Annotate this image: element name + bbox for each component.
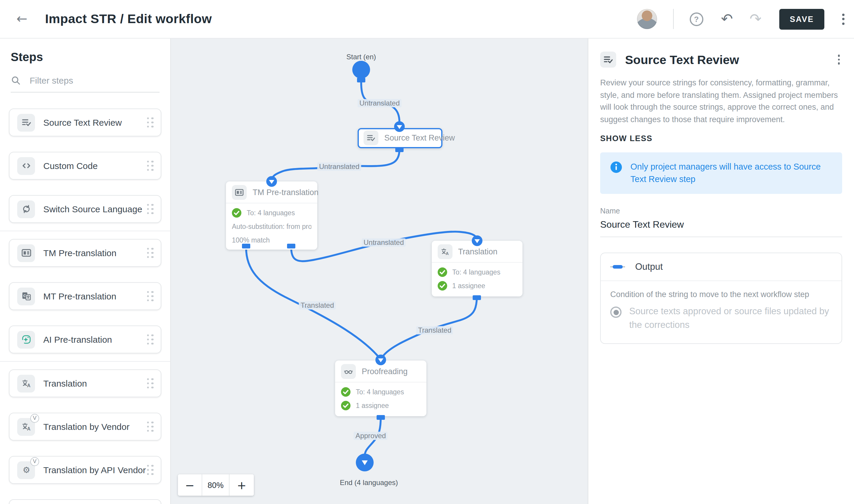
svg-text:⚙: ⚙ bbox=[22, 465, 30, 475]
sidebar-item-translation-by-vendor[interactable]: A V Translation by Vendor bbox=[9, 413, 161, 440]
info-banner-text: Only project managers will have access t… bbox=[630, 161, 833, 185]
edge-label-proofreading-to-end: Approved bbox=[354, 432, 388, 440]
zoom-in-button[interactable]: + bbox=[230, 474, 254, 496]
code-icon bbox=[17, 157, 35, 175]
sidebar-item-label: Translation by API Vendor bbox=[43, 465, 146, 475]
node-row-text: To: 4 languages bbox=[452, 269, 500, 276]
svg-text:A: A bbox=[27, 426, 30, 431]
workflow-canvas[interactable]: Source Text Review TM Pre-translation To… bbox=[171, 38, 588, 504]
sidebar-item-switch-source-language[interactable]: Switch Source Language bbox=[9, 195, 161, 223]
steps-list: Source Text Review Custom Code Switch So… bbox=[9, 108, 161, 504]
translate-icon: A bbox=[17, 375, 35, 392]
node-tm-pre-translation[interactable]: TM Pre-translation To: 4 languages Auto-… bbox=[226, 181, 317, 250]
vendor-badge: V bbox=[30, 414, 39, 422]
node-proofreading[interactable]: Proofreading To: 4 languages 1 assignee bbox=[335, 360, 426, 416]
edge-label-tm-pre-translation-to-translation: Untranslated bbox=[362, 238, 406, 247]
save-button[interactable]: SAVE bbox=[779, 8, 824, 29]
drag-handle-icon[interactable] bbox=[147, 465, 154, 475]
step-detail-panel: Source Text Review Review your source st… bbox=[588, 38, 854, 504]
page-title: Impact STR / Edit workflow bbox=[45, 12, 212, 26]
workflow-editor: ← Impact STR / Edit workflow ? ↶ ↷ SAVE … bbox=[0, 0, 854, 504]
tm-card-icon bbox=[17, 244, 35, 262]
node-row: To: 4 languages bbox=[341, 387, 421, 397]
gear-icon: ⚙ V bbox=[17, 461, 35, 479]
swap-icon bbox=[17, 200, 35, 218]
sidebar-title: Steps bbox=[11, 50, 160, 64]
zoom-out-button[interactable]: − bbox=[178, 474, 202, 496]
end-node bbox=[356, 454, 374, 471]
sidebar-item-label: Switch Source Language bbox=[43, 204, 142, 214]
drag-handle-icon[interactable] bbox=[147, 118, 154, 128]
list-check-icon bbox=[600, 52, 616, 68]
node-source-text-review[interactable]: Source Text Review bbox=[358, 128, 442, 148]
info-banner: Only project managers will have access t… bbox=[600, 152, 842, 194]
undo-icon[interactable]: ↶ bbox=[721, 12, 733, 26]
sidebar-item-mt-pre-translation[interactable]: G MT Pre-translation bbox=[9, 282, 161, 310]
node-row: Auto-substitution: from proje… bbox=[232, 222, 312, 231]
check-icon bbox=[341, 401, 351, 410]
name-field-label: Name bbox=[600, 207, 842, 215]
check-icon bbox=[438, 281, 447, 290]
sidebar-item-tm-pre-translation[interactable]: TM Pre-translation bbox=[9, 239, 161, 267]
node-title: TM Pre-translation bbox=[253, 188, 319, 197]
node-title: Source Text Review bbox=[384, 134, 455, 143]
mt-icon: G bbox=[17, 287, 35, 305]
list-check-icon bbox=[17, 113, 35, 131]
sidebar-item-label: MT Pre-translation bbox=[43, 291, 116, 301]
sidebar-item-translation-by-api-vendor[interactable]: ⚙ V Translation by API Vendor bbox=[9, 456, 161, 484]
drag-handle-icon[interactable] bbox=[147, 291, 154, 302]
svg-text:A: A bbox=[445, 251, 448, 255]
check-icon bbox=[232, 208, 242, 218]
top-bar: ← Impact STR / Edit workflow ? ↶ ↷ SAVE bbox=[0, 0, 854, 38]
drag-handle-icon[interactable] bbox=[147, 161, 154, 171]
start-node-stub bbox=[357, 78, 365, 83]
node-translation[interactable]: A Translation To: 4 languages 1 assignee bbox=[431, 241, 522, 296]
node-row: 100% match bbox=[232, 235, 312, 245]
output-card: Output Condition of the string to move t… bbox=[600, 253, 842, 344]
steps-group-divider bbox=[0, 361, 170, 362]
edge-label-source-text-review-to-tm-pre-translation: Untranslated bbox=[317, 162, 361, 170]
start-node-label: Start (en) bbox=[346, 53, 376, 61]
drag-handle-icon[interactable] bbox=[147, 248, 154, 258]
name-field-value[interactable]: Source Text Review bbox=[600, 219, 842, 237]
sidebar-item-custom-code[interactable]: Custom Code bbox=[9, 152, 161, 180]
redo-icon[interactable]: ↷ bbox=[750, 12, 762, 26]
ai-sparkle-icon bbox=[17, 330, 35, 348]
start-node bbox=[352, 61, 370, 78]
node-row-text: To: 4 languages bbox=[356, 389, 404, 396]
output-condition-label: Condition of the string to move to the n… bbox=[610, 290, 832, 299]
drag-handle-icon[interactable] bbox=[147, 335, 154, 345]
drag-handle-icon[interactable] bbox=[147, 421, 154, 432]
drag-handle-icon[interactable] bbox=[147, 204, 154, 214]
show-less-link[interactable]: SHOW LESS bbox=[600, 134, 842, 143]
sidebar-item-label: Translation bbox=[43, 378, 87, 389]
info-icon bbox=[610, 161, 623, 174]
drag-handle-icon[interactable] bbox=[147, 378, 154, 389]
output-title: Output bbox=[635, 262, 663, 272]
overflow-menu-icon[interactable] bbox=[840, 11, 847, 27]
sidebar-item-crowdsourcing[interactable]: Crowdsourcing bbox=[9, 499, 161, 504]
output-condition-radio[interactable] bbox=[610, 307, 622, 318]
avatar[interactable] bbox=[637, 9, 657, 29]
help-icon[interactable]: ? bbox=[690, 12, 704, 26]
edge-label-translation-to-proofreading: Translated bbox=[416, 326, 453, 335]
node-title: Translation bbox=[458, 247, 498, 256]
node-row: To: 4 languages bbox=[232, 208, 312, 218]
check-icon bbox=[341, 387, 351, 397]
list-check-icon bbox=[363, 131, 378, 146]
vendor-badge: V bbox=[30, 457, 39, 466]
translate-icon: A bbox=[438, 244, 452, 259]
node-row-text: 100% match bbox=[232, 237, 270, 244]
filter-steps-field[interactable] bbox=[11, 75, 160, 92]
filter-steps-input[interactable] bbox=[29, 75, 160, 86]
sidebar-item-label: Custom Code bbox=[43, 161, 97, 171]
sidebar-item-ai-pre-translation[interactable]: AI Pre-translation bbox=[9, 325, 161, 354]
translate-icon: A V bbox=[17, 418, 35, 435]
check-icon bbox=[438, 267, 447, 277]
sidebar-item-source-text-review[interactable]: Source Text Review bbox=[9, 108, 161, 137]
output-connector-icon bbox=[610, 265, 628, 269]
back-button[interactable]: ← bbox=[13, 10, 31, 28]
sidebar-item-translation[interactable]: A Translation bbox=[9, 370, 161, 397]
top-bar-actions: ? ↶ ↷ SAVE bbox=[637, 8, 854, 29]
detail-menu-icon[interactable] bbox=[835, 53, 842, 67]
